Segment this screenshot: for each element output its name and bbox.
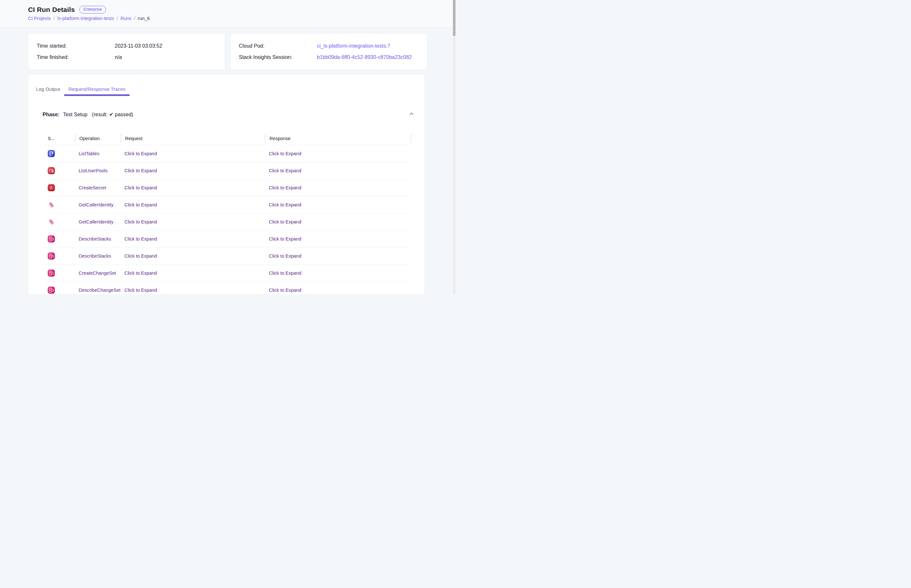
cloud-pod-link[interactable]: ci_ls-platform-integration-tests:7 <box>317 43 418 49</box>
cloudformation-icon <box>48 270 55 276</box>
table-row: GetCallerIdentity Click to Expand Click … <box>44 213 411 230</box>
cloud-pod-row: Cloud Pod: ci_ls-platform-integration-te… <box>239 40 418 52</box>
request-expand-link[interactable]: Click to Expand <box>125 270 157 276</box>
service-icon-slot <box>44 287 75 294</box>
traces-card: Log Output Request/Response Traces Phase… <box>28 74 425 294</box>
request-expand-link[interactable]: Click to Expand <box>125 185 157 190</box>
tab-log-output[interactable]: Log Output <box>32 82 64 96</box>
phase-result: (result: ✔ passed) <box>92 111 133 118</box>
service-icon-slot <box>44 184 75 191</box>
time-started-row: Time started: 2023-11-03 03:03:52 <box>37 40 216 52</box>
response-expand-link[interactable]: Click to Expand <box>269 288 302 293</box>
response-expand-link[interactable]: Click to Expand <box>269 254 302 258</box>
time-started-label: Time started: <box>37 43 115 49</box>
table-row: DescribeStacks Click to Expand Click to … <box>44 230 411 247</box>
operation-link[interactable]: DescribeStacks <box>79 254 111 258</box>
service-icon-slot <box>44 252 75 260</box>
service-icon-slot <box>44 167 75 174</box>
breadcrumb-link-ci-projects[interactable]: CI Projects <box>28 15 51 22</box>
response-expand-link[interactable]: Click to Expand <box>269 270 302 276</box>
response-expand-link[interactable]: Click to Expand <box>269 202 302 207</box>
stack-insights-label: Stack Insights Session: <box>239 55 317 60</box>
operation-link[interactable]: ListUserPools <box>79 168 107 173</box>
request-expand-link[interactable]: Click to Expand <box>125 202 157 207</box>
table-row: CreateChangeSet Click to Expand Click to… <box>44 264 411 281</box>
table-row: GetCallerIdentity Click to Expand Click … <box>44 196 411 213</box>
time-finished-label: Time finished: <box>37 55 115 60</box>
operation-link[interactable]: ListTables <box>79 151 99 156</box>
sts-icon <box>48 201 55 208</box>
response-expand-link[interactable]: Click to Expand <box>269 219 302 225</box>
time-started-value: 2023-11-03 03:03:52 <box>115 43 216 49</box>
time-summary-card: Time started: 2023-11-03 03:03:52 Time f… <box>28 33 225 70</box>
stack-insights-row: Stack Insights Session: b1bb09da-6ff0-4c… <box>239 52 418 63</box>
cloud-pod-label: Cloud Pod: <box>239 43 317 49</box>
service-icon-slot <box>44 201 75 208</box>
operation-link[interactable]: CreateChangeSet <box>79 270 116 276</box>
request-expand-link[interactable]: Click to Expand <box>125 236 157 242</box>
operation-link[interactable]: GetCallerIdentity <box>79 202 113 207</box>
links-summary-card: Cloud Pod: ci_ls-platform-integration-te… <box>230 33 427 70</box>
phase-header: Phase: Test Setup (result: ✔ passed) <box>42 111 415 118</box>
request-expand-link[interactable]: Click to Expand <box>125 288 157 293</box>
service-icon-slot <box>44 218 75 225</box>
response-expand-link[interactable]: Click to Expand <box>269 168 302 173</box>
enterprise-badge: Enterprise <box>79 6 106 13</box>
table-row: DescribeChangeSet Click to Expand Click … <box>44 281 411 294</box>
page-title: CI Run Details <box>28 5 75 14</box>
time-finished-value: n/a <box>115 55 216 60</box>
phase-name: Test Setup <box>63 112 88 118</box>
request-expand-link[interactable]: Click to Expand <box>125 254 157 258</box>
cloudformation-icon <box>48 236 55 242</box>
table-row: ListUserPools Click to Expand Click to E… <box>44 162 411 179</box>
operation-link[interactable]: DescribeStacks <box>79 236 111 242</box>
breadcrumb: CI Projects / ls-platform-integration-te… <box>28 15 427 22</box>
cognito-icon <box>48 167 55 174</box>
trace-table: S... Operation Request Response ListTabl… <box>44 132 411 294</box>
scrollbar-thumb[interactable] <box>453 0 456 36</box>
column-header-service: S... <box>44 134 75 143</box>
operation-link[interactable]: DescribeChangeSet <box>79 288 121 293</box>
response-expand-link[interactable]: Click to Expand <box>269 236 302 242</box>
tab-request-response-traces[interactable]: Request/Response Traces <box>64 82 130 96</box>
breadcrumb-link-project[interactable]: ls-platform-integration-tests <box>57 15 114 22</box>
request-expand-link[interactable]: Click to Expand <box>125 168 157 173</box>
secrets-manager-icon <box>48 184 55 191</box>
breadcrumb-separator: / <box>117 15 118 22</box>
trace-table-header: S... Operation Request Response <box>44 132 411 145</box>
service-icon-slot <box>44 150 75 157</box>
breadcrumb-separator: / <box>53 15 55 22</box>
table-row: CreateSecret Click to Expand Click to Ex… <box>44 179 411 196</box>
column-header-spacer <box>411 134 415 143</box>
stack-insights-link[interactable]: b1bb09da-6ff0-4c52-8930-c870ba23c082 <box>317 55 418 60</box>
summary-cards-row: Time started: 2023-11-03 03:03:52 Time f… <box>28 33 427 70</box>
request-expand-link[interactable]: Click to Expand <box>125 151 157 156</box>
sts-icon <box>48 218 55 225</box>
request-expand-link[interactable]: Click to Expand <box>125 219 157 225</box>
cloudformation-icon <box>48 252 55 260</box>
cloudformation-icon <box>48 287 55 294</box>
breadcrumb-current-run: run_6 <box>138 15 150 22</box>
table-row: ListTables Click to Expand Click to Expa… <box>44 145 411 162</box>
chevron-up-icon <box>409 111 414 118</box>
response-expand-link[interactable]: Click to Expand <box>269 151 302 156</box>
time-finished-row: Time finished: n/a <box>37 52 216 63</box>
table-row: DescribeStacks Click to Expand Click to … <box>44 247 411 264</box>
dynamodb-icon <box>48 150 55 157</box>
trace-table-body: ListTables Click to Expand Click to Expa… <box>44 145 411 294</box>
column-header-operation: Operation <box>75 134 121 143</box>
column-header-response: Response <box>265 134 411 143</box>
service-icon-slot <box>44 236 75 242</box>
breadcrumb-separator: / <box>134 15 135 22</box>
column-header-request: Request <box>121 134 265 143</box>
phase-label: Phase: <box>42 112 59 118</box>
operation-link[interactable]: GetCallerIdentity <box>79 219 113 225</box>
breadcrumb-link-runs[interactable]: Runs <box>121 15 131 22</box>
phase-collapse-button[interactable] <box>408 110 415 118</box>
topbar: CI Run Details Enterprise CI Projects / … <box>0 0 456 27</box>
response-expand-link[interactable]: Click to Expand <box>269 185 302 190</box>
scrollbar-track[interactable] <box>453 0 456 294</box>
operation-link[interactable]: CreateSecret <box>79 185 106 190</box>
tabs: Log Output Request/Response Traces <box>28 82 425 96</box>
service-icon-slot <box>44 270 75 276</box>
